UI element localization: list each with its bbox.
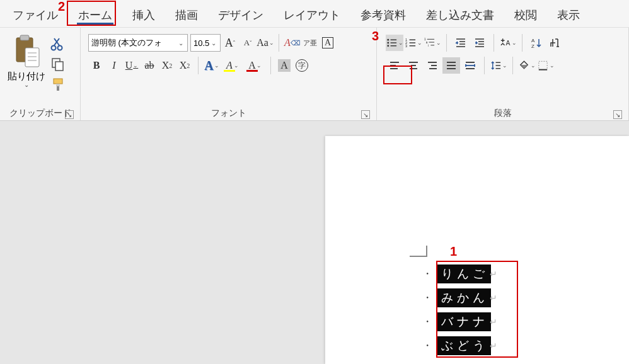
sort-button[interactable]: AZ <box>528 35 545 51</box>
svg-point-13 <box>387 39 389 41</box>
tab-review[interactable]: 校閲 <box>504 1 547 26</box>
callout-number-2: 2 <box>58 0 65 14</box>
bold-button[interactable]: B <box>88 57 105 74</box>
list-item[interactable]: ・バナナ↵ <box>418 310 497 334</box>
group-paragraph: ⌄ 123⌄ 1ai⌄ A⌄ AZ ⌄ ⌄ <box>377 28 629 120</box>
enclose-char-button[interactable]: 字 <box>294 57 310 74</box>
shading-button[interactable]: ⌄ <box>518 57 536 74</box>
tab-indent-marker <box>410 243 430 257</box>
bullet-icon: ・ <box>418 268 436 281</box>
svg-text:A: A <box>531 38 535 43</box>
font-name-combo[interactable]: 游明朝 (本文のフォ⌄ <box>88 34 188 52</box>
tab-mailings[interactable]: 差し込み文書 <box>416 1 504 26</box>
svg-rect-2 <box>25 48 39 67</box>
font-size-combo[interactable]: 10.5⌄ <box>190 34 221 52</box>
document-page[interactable]: ・りんご↵ ・みかん↵ ・バナナ↵ ・ぶどう↵ 1 <box>325 136 629 364</box>
list-item[interactable]: ・ぶどう↵ <box>418 334 497 358</box>
list-item[interactable]: ・みかん↵ <box>418 286 497 310</box>
ribbon: 貼り付け ⌄ クリップボード↘ 游明朝 (本文のフォ⌄ 10.5⌄ Aˆ Aˇ … <box>0 28 629 121</box>
ribbon-tabs: ファイル ホーム 挿入 描画 デザイン レイアウト 参考資料 差し込み文書 校閲… <box>0 0 629 28</box>
bullet-icon: ・ <box>418 339 436 353</box>
cut-button[interactable] <box>50 37 66 52</box>
return-mark-icon: ↵ <box>490 341 497 351</box>
svg-point-15 <box>387 42 389 44</box>
shrink-font-button[interactable]: Aˇ <box>239 35 256 51</box>
svg-text:3: 3 <box>405 44 407 48</box>
show-marks-button[interactable] <box>546 35 564 51</box>
return-mark-icon: ↵ <box>490 293 497 303</box>
svg-text:i: i <box>428 44 429 47</box>
paragraph-launcher[interactable]: ↘ <box>613 110 622 119</box>
grow-font-button[interactable]: Aˆ <box>222 35 238 51</box>
group-font: 游明朝 (本文のフォ⌄ 10.5⌄ Aˆ Aˇ Aa⌄ A⌫ ア亜 A B I … <box>81 28 377 120</box>
format-painter-button[interactable] <box>50 77 66 92</box>
svg-rect-1 <box>20 35 29 40</box>
paste-dropdown[interactable]: ⌄ <box>24 81 29 88</box>
clipboard-launcher[interactable]: ↘ <box>65 110 74 119</box>
char-shading-button[interactable]: A <box>276 57 292 74</box>
font-color-button[interactable]: A⌄ <box>244 57 260 74</box>
change-case-button[interactable]: Aa⌄ <box>257 35 274 51</box>
bullet-icon: ・ <box>418 292 436 305</box>
paste-button[interactable] <box>11 34 42 69</box>
superscript-button[interactable]: X2 <box>176 57 193 74</box>
svg-point-6 <box>52 46 56 50</box>
tab-draw[interactable]: 描画 <box>165 1 208 26</box>
document-area: ・りんご↵ ・みかん↵ ・バナナ↵ ・ぶどう↵ 1 <box>0 121 629 364</box>
phonetic-guide-button[interactable]: ア亜 <box>302 35 318 51</box>
tab-references[interactable]: 参考資料 <box>350 1 416 26</box>
tab-view[interactable]: 表示 <box>547 1 590 26</box>
svg-point-17 <box>387 45 389 47</box>
svg-rect-10 <box>54 79 62 84</box>
tab-home[interactable]: ホーム <box>68 1 122 26</box>
text-effects-button[interactable]: A⌄ <box>204 57 220 74</box>
line-spacing-button[interactable]: ⌄ <box>490 57 507 74</box>
subscript-button[interactable]: X2 <box>159 57 175 74</box>
justify-button[interactable] <box>442 57 460 74</box>
bullets-button[interactable]: ⌄ <box>386 35 403 51</box>
align-center-button[interactable] <box>405 57 422 74</box>
increase-indent-button[interactable] <box>471 35 488 51</box>
distribute-button[interactable] <box>461 57 479 74</box>
italic-button[interactable]: I <box>106 57 122 74</box>
decrease-indent-button[interactable] <box>452 35 470 51</box>
tab-insert[interactable]: 挿入 <box>122 1 165 26</box>
list-item[interactable]: ・りんご↵ <box>418 262 497 286</box>
svg-rect-11 <box>56 84 60 86</box>
group-label-paragraph: 段落↘ <box>381 105 625 120</box>
tab-layout[interactable]: レイアウト <box>274 1 350 26</box>
clear-format-button[interactable]: A⌫ <box>284 35 301 51</box>
highlight-button[interactable]: A⌄ <box>221 57 238 74</box>
group-clipboard: 貼り付け ⌄ クリップボード↘ <box>0 28 81 120</box>
svg-rect-9 <box>55 62 63 71</box>
char-border-button[interactable]: A <box>320 35 336 51</box>
borders-button[interactable]: ⌄ <box>537 57 555 74</box>
svg-text:A: A <box>505 40 510 47</box>
svg-point-7 <box>58 46 62 50</box>
strike-button[interactable]: ab <box>141 57 158 74</box>
tab-design[interactable]: デザイン <box>208 1 274 26</box>
align-left-button[interactable] <box>386 57 403 74</box>
return-mark-icon: ↵ <box>490 269 497 279</box>
asian-layout-button[interactable]: A⌄ <box>499 35 517 51</box>
multilevel-list-button[interactable]: 1ai⌄ <box>424 35 441 51</box>
svg-rect-12 <box>57 86 59 91</box>
group-label-clipboard: クリップボード↘ <box>4 105 76 120</box>
font-launcher[interactable]: ↘ <box>361 110 370 119</box>
svg-rect-60 <box>539 61 547 69</box>
svg-text:Z: Z <box>531 43 534 49</box>
callout-number-1: 1 <box>450 244 457 259</box>
bullet-icon: ・ <box>418 316 436 329</box>
copy-button[interactable] <box>50 57 66 72</box>
callout-number-3: 3 <box>372 29 379 43</box>
align-right-button[interactable] <box>424 57 441 74</box>
return-mark-icon: ↵ <box>490 317 497 327</box>
underline-button[interactable]: U⌄ <box>124 57 140 74</box>
bulleted-list[interactable]: ・りんご↵ ・みかん↵ ・バナナ↵ ・ぶどう↵ <box>418 262 497 358</box>
numbering-button[interactable]: 123⌄ <box>405 35 422 51</box>
group-label-font: フォント↘ <box>84 105 372 120</box>
